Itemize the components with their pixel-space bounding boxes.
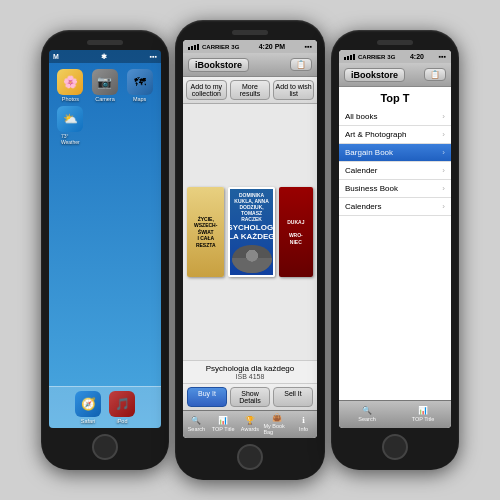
status-right-right: ▪▪▪ bbox=[439, 53, 446, 60]
safari-icon: 🧭 bbox=[75, 391, 101, 417]
screen-left: M ✱ ▪▪▪ 🌸 Photos 📷 Camera 🗺 Maps ⛅ bbox=[49, 50, 161, 428]
search-icon-right: 🔍 bbox=[362, 407, 372, 415]
app-ipod[interactable]: 🎵 iPod bbox=[109, 391, 135, 424]
battery-right: ▪▪▪ bbox=[439, 53, 446, 60]
book-left-title: ŻYCIE,WSZECH-ŚWIATI CAŁARESZTA bbox=[190, 212, 221, 253]
battery-left: ▪▪▪ bbox=[150, 53, 157, 60]
chevron-calender: › bbox=[442, 166, 445, 175]
tab-bag-label: My Book Bag bbox=[263, 423, 290, 435]
book-author-photo bbox=[232, 245, 272, 273]
weather-icon: ⛅ bbox=[57, 106, 83, 132]
list-item-bargain[interactable]: Bargain Book › bbox=[339, 144, 451, 162]
list-label-allbooks: All books bbox=[345, 112, 377, 121]
tab-top-label-right: TOP Title bbox=[412, 416, 435, 422]
tab-search-label: Search bbox=[188, 426, 205, 432]
buy-button[interactable]: Buy It bbox=[187, 387, 227, 407]
status-bar-left: M ✱ ▪▪▪ bbox=[49, 50, 161, 63]
book-right-title: DUKAJWRO-NIEC bbox=[285, 215, 306, 249]
trophy-icon: 🏆 bbox=[245, 417, 255, 425]
action-row: Buy It Show Details Sell It bbox=[183, 383, 317, 410]
tab-top-right[interactable]: 📊 TOP Title bbox=[395, 401, 451, 428]
status-bar-center: CARRIER 3G 4:20 PM ▪▪▪ bbox=[183, 40, 317, 53]
navbar-title-center[interactable]: iBookstore bbox=[188, 58, 249, 72]
photos-icon: 🌸 bbox=[57, 69, 83, 95]
signal-bar-4 bbox=[197, 44, 199, 50]
tab-top-title[interactable]: 📊 TOP Title bbox=[210, 411, 237, 438]
list-label-calenders: Calenders bbox=[345, 202, 381, 211]
add-wishlist-button[interactable]: Add to wish list bbox=[273, 80, 314, 100]
list-label-bargain: Bargain Book bbox=[345, 148, 393, 157]
chevron-bargain: › bbox=[442, 148, 445, 157]
weather-label: 73°Weather bbox=[61, 133, 80, 145]
ipod-icon: 🎵 bbox=[109, 391, 135, 417]
add-collection-button[interactable]: Add to my collection bbox=[186, 80, 227, 100]
book-left[interactable]: ŻYCIE,WSZECH-ŚWIATI CAŁARESZTA bbox=[187, 187, 224, 277]
time-right: 4:20 bbox=[410, 53, 424, 60]
tab-awards-label: Awards bbox=[241, 426, 259, 432]
signal-center: CARRIER 3G bbox=[188, 44, 239, 50]
chart-icon: 📊 bbox=[218, 417, 228, 425]
phone-left: M ✱ ▪▪▪ 🌸 Photos 📷 Camera 🗺 Maps ⛅ bbox=[41, 30, 169, 470]
list-label-calender: Calender bbox=[345, 166, 377, 175]
navbar-title-right[interactable]: iBookstore bbox=[344, 68, 405, 82]
chevron-calenders: › bbox=[442, 202, 445, 211]
list-label-business: Business Book bbox=[345, 184, 398, 193]
more-results-button[interactable]: More results bbox=[230, 80, 271, 100]
network-center: 3G bbox=[231, 44, 239, 50]
tab-awards[interactable]: 🏆 Awards bbox=[237, 411, 264, 438]
book-center-small-title: DOMINIKA KUKLA, ANNA DODZIUK, TOMASZ RAC… bbox=[230, 189, 272, 223]
list-item-calenders[interactable]: Calenders › bbox=[339, 198, 451, 216]
bluetooth-icon: ✱ bbox=[101, 53, 107, 61]
screen-inner-center: CARRIER 3G 4:20 PM ▪▪▪ iBookstore 📋 Add … bbox=[183, 40, 317, 438]
maps-icon: 🗺 bbox=[127, 69, 153, 95]
navbar-action-center[interactable]: 📋 bbox=[290, 58, 312, 71]
search-icon: 🔍 bbox=[191, 417, 201, 425]
top-title-heading: Top T bbox=[380, 92, 409, 104]
list-item-artphoto[interactable]: Art & Photograph › bbox=[339, 126, 451, 144]
book-area: ŻYCIE,WSZECH-ŚWIATI CAŁARESZTA DOMINIKA … bbox=[183, 104, 317, 360]
battery-center: ▪▪▪ bbox=[305, 43, 312, 50]
book-center-main-title: PSYCHOLOGIADLA KAŻDEGO bbox=[228, 223, 274, 243]
bag-icon: 👜 bbox=[272, 414, 282, 422]
tab-info[interactable]: ℹ Info bbox=[290, 411, 317, 438]
list-item-calender[interactable]: Calender › bbox=[339, 162, 451, 180]
list-item-allbooks[interactable]: All books › bbox=[339, 108, 451, 126]
book-center[interactable]: DOMINIKA KUKLA, ANNA DODZIUK, TOMASZ RAC… bbox=[228, 187, 274, 277]
speaker-right bbox=[377, 40, 413, 45]
dock: 🧭 Safari 🎵 iPod bbox=[49, 386, 161, 428]
carrier-left: M bbox=[53, 53, 59, 60]
phone-right: CARRIER 3G 4:20 ▪▪▪ iBookstore 📋 Top T bbox=[331, 30, 459, 470]
home-screen: M ✱ ▪▪▪ 🌸 Photos 📷 Camera 🗺 Maps ⛅ bbox=[49, 50, 161, 428]
info-icon: ℹ bbox=[302, 417, 305, 425]
screen-right: CARRIER 3G 4:20 ▪▪▪ iBookstore 📋 Top T bbox=[339, 50, 451, 428]
app-camera[interactable]: 📷 Camera bbox=[90, 69, 121, 102]
tab-mybookbag[interactable]: 👜 My Book Bag bbox=[263, 411, 290, 438]
tab-search-label-right: Search bbox=[358, 416, 375, 422]
book-right[interactable]: DUKAJWRO-NIEC bbox=[279, 187, 313, 277]
list-item-business[interactable]: Business Book › bbox=[339, 180, 451, 198]
carrier-center: CARRIER bbox=[202, 44, 229, 50]
app-safari[interactable]: 🧭 Safari bbox=[75, 391, 101, 424]
show-details-button[interactable]: Show Details bbox=[230, 387, 270, 407]
app-photos[interactable]: 🌸 Photos bbox=[55, 69, 86, 102]
list-label-artphoto: Art & Photograph bbox=[345, 130, 406, 139]
home-button-center[interactable] bbox=[237, 444, 263, 470]
signal-bar-1 bbox=[188, 47, 190, 50]
app-weather[interactable]: ⛅ 73°Weather bbox=[55, 106, 86, 145]
signal-bar-3 bbox=[194, 45, 196, 50]
navbar-action-right[interactable]: 📋 bbox=[424, 68, 446, 81]
app-maps[interactable]: 🗺 Maps bbox=[124, 69, 155, 102]
home-button-right[interactable] bbox=[382, 434, 408, 460]
status-bar-right: CARRIER 3G 4:20 ▪▪▪ bbox=[339, 50, 451, 63]
app-grid: 🌸 Photos 📷 Camera 🗺 Maps ⛅ 73°Weather bbox=[49, 63, 161, 386]
tab-search[interactable]: 🔍 Search bbox=[183, 411, 210, 438]
speaker-center bbox=[232, 30, 268, 35]
chart-icon-right: 📊 bbox=[418, 407, 428, 415]
chevron-allbooks: › bbox=[442, 112, 445, 121]
tab-bar-center: 🔍 Search 📊 TOP Title 🏆 Awards 👜 My Book … bbox=[183, 410, 317, 438]
tab-search-right[interactable]: 🔍 Search bbox=[339, 401, 395, 428]
home-button-left[interactable] bbox=[92, 434, 118, 460]
camera-label: Camera bbox=[95, 96, 115, 102]
sell-button[interactable]: Sell It bbox=[273, 387, 313, 407]
list-items: All books › Art & Photograph › Bargain B… bbox=[339, 108, 451, 400]
